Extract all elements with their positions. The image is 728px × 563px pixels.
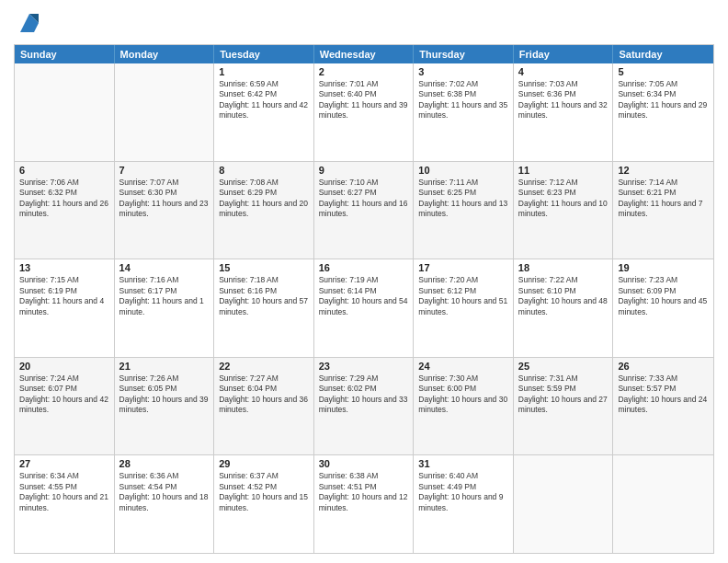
calendar-cell: 27Sunrise: 6:34 AMSunset: 4:55 PMDayligh…: [15, 455, 115, 553]
cell-info: Sunrise: 7:22 AMSunset: 6:10 PMDaylight:…: [518, 275, 609, 317]
calendar-cell: 3Sunrise: 7:02 AMSunset: 6:38 PMDaylight…: [414, 63, 514, 161]
day-number: 26: [618, 361, 709, 372]
day-number: 6: [19, 165, 109, 176]
logo-icon: [16, 9, 43, 37]
cell-info: Sunrise: 7:30 AMSunset: 6:00 PMDaylight:…: [418, 373, 508, 416]
calendar-cell: 7Sunrise: 7:07 AMSunset: 6:30 PMDaylight…: [115, 162, 215, 259]
cell-info: Sunrise: 7:08 AMSunset: 6:29 PMDaylight:…: [219, 178, 309, 220]
calendar-row: 13Sunrise: 7:15 AMSunset: 6:19 PMDayligh…: [15, 259, 713, 357]
calendar-cell: 14Sunrise: 7:16 AMSunset: 6:17 PMDayligh…: [115, 259, 215, 357]
weekday-header: Sunday: [15, 45, 115, 63]
calendar-cell: 5Sunrise: 7:05 AMSunset: 6:34 PMDaylight…: [613, 63, 713, 161]
calendar-cell: 16Sunrise: 7:19 AMSunset: 6:14 PMDayligh…: [314, 259, 415, 357]
cell-info: Sunrise: 6:34 AMSunset: 4:55 PMDaylight:…: [19, 471, 109, 513]
day-number: 30: [319, 458, 409, 469]
day-number: 5: [618, 66, 709, 77]
day-number: 21: [119, 361, 210, 372]
calendar-cell: 22Sunrise: 7:27 AMSunset: 6:04 PMDayligh…: [214, 358, 314, 455]
day-number: 17: [418, 262, 508, 273]
calendar-cell: 19Sunrise: 7:23 AMSunset: 6:09 PMDayligh…: [613, 259, 713, 357]
calendar-cell: 17Sunrise: 7:20 AMSunset: 6:12 PMDayligh…: [414, 259, 514, 357]
cell-info: Sunrise: 7:18 AMSunset: 6:16 PMDaylight:…: [219, 275, 309, 317]
weekday-header: Saturday: [613, 45, 713, 63]
calendar-cell: [15, 63, 115, 161]
calendar-cell: 21Sunrise: 7:26 AMSunset: 6:05 PMDayligh…: [115, 358, 215, 455]
day-number: 10: [418, 165, 508, 176]
cell-info: Sunrise: 7:31 AMSunset: 5:59 PMDaylight:…: [518, 373, 609, 416]
day-number: 3: [418, 66, 508, 77]
cell-info: Sunrise: 7:06 AMSunset: 6:32 PMDaylight:…: [19, 178, 109, 220]
logo: [14, 9, 43, 37]
cell-info: Sunrise: 7:26 AMSunset: 6:05 PMDaylight:…: [119, 373, 210, 416]
calendar-cell: [514, 455, 614, 553]
cell-info: Sunrise: 7:27 AMSunset: 6:04 PMDaylight:…: [219, 373, 309, 416]
day-number: 29: [219, 458, 309, 469]
day-number: 27: [19, 458, 109, 469]
calendar-row: 20Sunrise: 7:24 AMSunset: 6:07 PMDayligh…: [15, 357, 713, 455]
day-number: 8: [219, 165, 309, 176]
calendar-cell: 26Sunrise: 7:33 AMSunset: 5:57 PMDayligh…: [613, 358, 713, 455]
calendar-cell: 28Sunrise: 6:36 AMSunset: 4:54 PMDayligh…: [115, 455, 215, 553]
weekday-header: Friday: [514, 45, 614, 63]
calendar-row: 6Sunrise: 7:06 AMSunset: 6:32 PMDaylight…: [15, 161, 713, 259]
header: [14, 9, 714, 37]
weekday-header: Monday: [115, 45, 215, 63]
cell-info: Sunrise: 7:05 AMSunset: 6:34 PMDaylight:…: [618, 79, 709, 121]
day-number: 18: [518, 262, 609, 273]
calendar-cell: 9Sunrise: 7:10 AMSunset: 6:27 PMDaylight…: [314, 162, 415, 259]
cell-info: Sunrise: 7:16 AMSunset: 6:17 PMDaylight:…: [119, 275, 210, 317]
calendar-cell: 25Sunrise: 7:31 AMSunset: 5:59 PMDayligh…: [514, 358, 614, 455]
day-number: 7: [119, 165, 210, 176]
calendar-cell: 4Sunrise: 7:03 AMSunset: 6:36 PMDaylight…: [514, 63, 614, 161]
calendar-cell: 6Sunrise: 7:06 AMSunset: 6:32 PMDaylight…: [15, 162, 115, 259]
calendar-cell: 11Sunrise: 7:12 AMSunset: 6:23 PMDayligh…: [514, 162, 614, 259]
cell-info: Sunrise: 7:14 AMSunset: 6:21 PMDaylight:…: [618, 178, 709, 220]
day-number: 22: [219, 361, 309, 372]
day-number: 23: [319, 361, 409, 372]
day-number: 24: [418, 361, 508, 372]
calendar-cell: 30Sunrise: 6:38 AMSunset: 4:51 PMDayligh…: [314, 455, 415, 553]
calendar-cell: 29Sunrise: 6:37 AMSunset: 4:52 PMDayligh…: [214, 455, 314, 553]
cell-info: Sunrise: 7:29 AMSunset: 6:02 PMDaylight:…: [319, 373, 409, 416]
day-number: 31: [418, 458, 508, 469]
calendar-header: SundayMondayTuesdayWednesdayThursdayFrid…: [15, 45, 713, 63]
calendar-cell: 2Sunrise: 7:01 AMSunset: 6:40 PMDaylight…: [314, 63, 415, 161]
cell-info: Sunrise: 6:36 AMSunset: 4:54 PMDaylight:…: [119, 471, 210, 513]
day-number: 19: [618, 262, 709, 273]
cell-info: Sunrise: 7:01 AMSunset: 6:40 PMDaylight:…: [319, 79, 409, 121]
cell-info: Sunrise: 7:12 AMSunset: 6:23 PMDaylight:…: [518, 178, 609, 220]
calendar-cell: 23Sunrise: 7:29 AMSunset: 6:02 PMDayligh…: [314, 358, 415, 455]
calendar-cell: 8Sunrise: 7:08 AMSunset: 6:29 PMDaylight…: [214, 162, 314, 259]
cell-info: Sunrise: 7:23 AMSunset: 6:09 PMDaylight:…: [618, 275, 709, 317]
calendar-cell: 12Sunrise: 7:14 AMSunset: 6:21 PMDayligh…: [613, 162, 713, 259]
day-number: 15: [219, 262, 309, 273]
day-number: 28: [119, 458, 210, 469]
calendar-cell: [613, 455, 713, 553]
calendar-row: 1Sunrise: 6:59 AMSunset: 6:42 PMDaylight…: [15, 63, 713, 161]
calendar-body: 1Sunrise: 6:59 AMSunset: 6:42 PMDaylight…: [15, 63, 713, 553]
day-number: 13: [19, 262, 109, 273]
cell-info: Sunrise: 7:15 AMSunset: 6:19 PMDaylight:…: [19, 275, 109, 317]
calendar-row: 27Sunrise: 6:34 AMSunset: 4:55 PMDayligh…: [15, 454, 713, 553]
cell-info: Sunrise: 7:24 AMSunset: 6:07 PMDaylight:…: [19, 373, 109, 416]
day-number: 9: [319, 165, 409, 176]
calendar: SundayMondayTuesdayWednesdayThursdayFrid…: [14, 44, 714, 554]
day-number: 2: [319, 66, 409, 77]
day-number: 1: [219, 66, 309, 77]
calendar-cell: 20Sunrise: 7:24 AMSunset: 6:07 PMDayligh…: [15, 358, 115, 455]
cell-info: Sunrise: 7:20 AMSunset: 6:12 PMDaylight:…: [418, 275, 508, 317]
cell-info: Sunrise: 7:02 AMSunset: 6:38 PMDaylight:…: [418, 79, 508, 121]
cell-info: Sunrise: 6:40 AMSunset: 4:49 PMDaylight:…: [418, 471, 508, 513]
day-number: 12: [618, 165, 709, 176]
cell-info: Sunrise: 6:37 AMSunset: 4:52 PMDaylight:…: [219, 471, 309, 513]
cell-info: Sunrise: 7:11 AMSunset: 6:25 PMDaylight:…: [418, 178, 508, 220]
cell-info: Sunrise: 7:19 AMSunset: 6:14 PMDaylight:…: [319, 275, 409, 317]
calendar-cell: 1Sunrise: 6:59 AMSunset: 6:42 PMDaylight…: [214, 63, 314, 161]
day-number: 20: [19, 361, 109, 372]
day-number: 14: [119, 262, 210, 273]
page: SundayMondayTuesdayWednesdayThursdayFrid…: [0, 0, 728, 563]
cell-info: Sunrise: 7:03 AMSunset: 6:36 PMDaylight:…: [518, 79, 609, 121]
calendar-cell: 13Sunrise: 7:15 AMSunset: 6:19 PMDayligh…: [15, 259, 115, 357]
calendar-cell: [115, 63, 215, 161]
day-number: 11: [518, 165, 609, 176]
